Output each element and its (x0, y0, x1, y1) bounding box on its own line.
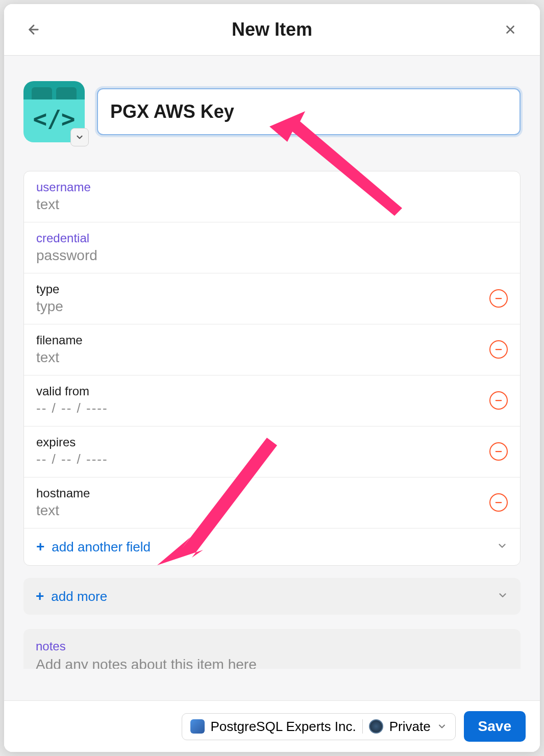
field-username[interactable]: username text (24, 171, 520, 222)
remove-field-button[interactable] (489, 493, 508, 512)
chevron-down-icon (75, 133, 84, 142)
fields-card: username text credential password type t… (23, 171, 521, 566)
vault-selector[interactable]: PostgreSQL Experts Inc. Private (182, 713, 456, 740)
field-label: expires (36, 435, 489, 449)
field-credential[interactable]: credential password (24, 222, 520, 273)
field-type[interactable]: type type (24, 273, 520, 324)
dialog-header: New Item (4, 4, 540, 56)
add-more-dropdown[interactable] (497, 590, 508, 603)
minus-icon (494, 396, 503, 405)
close-button[interactable] (499, 18, 522, 41)
chevron-down-icon (437, 721, 447, 732)
field-placeholder: password (36, 247, 508, 264)
field-placeholder: text (36, 502, 489, 519)
chevron-down-icon (497, 590, 508, 601)
add-field-label: add another field (52, 539, 151, 555)
field-placeholder: type (36, 298, 489, 315)
chevron-down-icon (497, 540, 508, 551)
remove-field-button[interactable] (489, 289, 508, 308)
minus-icon (494, 294, 503, 303)
minus-icon (494, 345, 503, 354)
minus-icon (494, 447, 503, 456)
field-valid-from[interactable]: valid from -- / -- / ---- (24, 375, 520, 426)
remove-field-button[interactable] (489, 340, 508, 359)
field-label: filename (36, 333, 489, 347)
plus-icon: + (36, 588, 44, 604)
field-label: credential (36, 231, 508, 245)
add-another-field-button[interactable]: + add another field (36, 539, 151, 555)
field-type-dropdown[interactable] (497, 540, 508, 553)
vault-icon (369, 719, 383, 734)
code-icon: </> (33, 105, 75, 133)
account-icon (190, 719, 205, 734)
item-title-input[interactable] (97, 88, 521, 135)
field-label: valid from (36, 384, 489, 398)
remove-field-button[interactable] (489, 442, 508, 461)
field-expires[interactable]: expires -- / -- / ---- (24, 426, 520, 477)
dialog-title: New Item (232, 19, 312, 40)
field-placeholder: text (36, 349, 489, 366)
new-item-dialog: New Item </> username text (4, 4, 540, 752)
field-label: hostname (36, 486, 489, 500)
minus-icon (494, 498, 503, 507)
field-label: username (36, 180, 508, 194)
add-more-section[interactable]: + add more (23, 578, 521, 615)
dialog-footer: PostgreSQL Experts Inc. Private Save (4, 700, 540, 752)
field-placeholder: text (36, 196, 508, 213)
plus-icon: + (36, 539, 44, 555)
dialog-content: </> username text credential password (4, 56, 540, 700)
field-hostname[interactable]: hostname text (24, 477, 520, 528)
notes-label: notes (36, 639, 508, 653)
add-field-row: + add another field (24, 528, 520, 565)
field-filename[interactable]: filename text (24, 324, 520, 375)
save-button[interactable]: Save (464, 711, 526, 742)
back-button[interactable] (22, 18, 45, 41)
remove-field-button[interactable] (489, 391, 508, 410)
notes-placeholder: Add any notes about this item here (36, 657, 508, 669)
account-name: PostgreSQL Experts Inc. (211, 719, 356, 735)
item-icon-wrap: </> (23, 81, 85, 142)
vault-name: Private (389, 719, 431, 735)
add-more-button[interactable]: + add more (36, 588, 107, 604)
notes-section[interactable]: notes Add any notes about this item here (23, 629, 521, 669)
field-placeholder: -- / -- / ---- (36, 451, 489, 467)
title-row: </> (4, 56, 540, 171)
add-more-label: add more (51, 589, 107, 604)
arrow-left-icon (27, 22, 41, 37)
field-placeholder: -- / -- / ---- (36, 400, 489, 416)
close-icon (504, 23, 517, 36)
field-label: type (36, 282, 489, 296)
